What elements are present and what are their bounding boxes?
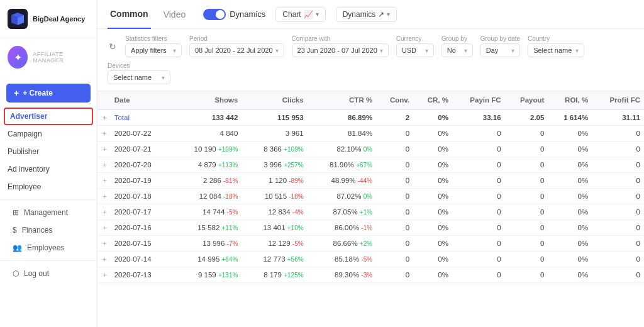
cell-profit: 0: [592, 126, 644, 141]
cell-cr: 0%: [413, 252, 452, 267]
campaign-label: Campaign: [8, 130, 42, 138]
cell-payin: 0: [452, 189, 505, 204]
sidebar-item-campaign[interactable]: Campaign: [0, 125, 97, 143]
cell-conv: 0: [376, 189, 413, 204]
cell-ctr: 85.18% -5%: [308, 252, 376, 267]
expand-btn[interactable]: +: [97, 267, 111, 283]
cell-conv: 2: [376, 109, 413, 126]
group-date-label: Group by date: [480, 35, 520, 42]
country-label: Country: [528, 35, 584, 42]
cell-ctr: 86.66% +2%: [308, 236, 376, 252]
expand-btn[interactable]: +: [97, 204, 111, 220]
compare-select[interactable]: 23 Jun 2020 - 07 Jul 2020 ▾: [292, 43, 389, 57]
sidebar-item-publisher[interactable]: Publisher: [0, 143, 97, 160]
group-date-select[interactable]: Day ▾: [480, 43, 520, 57]
logo-area: BigDeal Agency: [0, 0, 97, 38]
cell-shows: 14 995 +64%: [172, 252, 242, 267]
cell-shows: 4 879 +113%: [172, 157, 242, 173]
publisher-label: Publisher: [8, 147, 39, 156]
refresh-button[interactable]: ↻: [108, 40, 118, 53]
sidebar-item-finances[interactable]: $ Finances: [0, 221, 97, 239]
tab-common[interactable]: Common: [108, 0, 151, 29]
sidebar-item-employees[interactable]: 👥 Employees: [0, 239, 97, 257]
plus-icon: +: [14, 88, 19, 98]
cell-clicks: 12 129 -5%: [242, 236, 307, 252]
col-date: Date: [111, 91, 172, 109]
create-button[interactable]: + + Create: [6, 84, 91, 103]
statistics-select[interactable]: Apply filters ▾: [125, 43, 182, 57]
cell-main: 12 834: [268, 208, 290, 216]
tab-video[interactable]: Video: [161, 1, 189, 28]
col-clicks: Clicks: [242, 91, 307, 109]
expand-btn[interactable]: +: [97, 236, 111, 252]
cell-date: 2020-07-16: [111, 220, 172, 236]
cell-shows: 13 996 -7%: [172, 236, 242, 252]
cell-main: 10 190: [194, 145, 216, 153]
cell-cr: 0%: [413, 109, 452, 126]
country-select[interactable]: Select name ▾: [528, 43, 584, 57]
dynamics-icon: ↗: [378, 10, 384, 19]
cell-main: 2 286: [203, 177, 221, 184]
dynamics-chevron-icon: ▾: [387, 11, 390, 18]
cell-main: 14 744: [203, 208, 225, 216]
expand-btn[interactable]: +: [97, 109, 111, 126]
dynamics-button[interactable]: Dynamics ↗ ▾: [336, 7, 397, 22]
cell-ctr: 81.90% +67%: [308, 157, 376, 173]
cell-ctr: 48.99% -44%: [308, 173, 376, 189]
chart-chevron-icon: ▾: [316, 11, 319, 18]
cell-roi: 0%: [548, 157, 592, 173]
group-by-select[interactable]: No ▾: [441, 43, 473, 57]
table-row: +2020-07-1513 996 -7%12 129 -5%86.66% +2…: [97, 236, 644, 252]
expand-btn[interactable]: +: [97, 173, 111, 189]
affiliate-icon: ✦: [8, 46, 28, 69]
expand-btn[interactable]: +: [97, 189, 111, 204]
expand-btn[interactable]: +: [97, 157, 111, 173]
expand-btn[interactable]: +: [97, 220, 111, 236]
cell-payout: 0: [505, 220, 548, 236]
cell-roi: 0%: [548, 173, 592, 189]
cell-clicks: 115 953: [242, 109, 307, 126]
currency-select[interactable]: USD ▾: [396, 43, 434, 57]
cell-profit: 0: [592, 141, 644, 157]
expand-btn[interactable]: +: [97, 141, 111, 157]
cell-main: 10 515: [265, 192, 287, 200]
cell-delta: -5%: [292, 240, 304, 247]
expand-btn[interactable]: +: [97, 252, 111, 267]
sidebar-item-ad-inventory[interactable]: Ad inventory: [0, 160, 97, 178]
devices-select[interactable]: Select name ▾: [108, 70, 170, 84]
cell-conv: 0: [376, 173, 413, 189]
cell-clicks: 8 366 +109%: [242, 141, 307, 157]
dynamics-toggle[interactable]: [203, 9, 226, 20]
chart-button[interactable]: Chart 📈 ▾: [275, 7, 325, 22]
cell-profit: 0: [592, 204, 644, 220]
cell-payin: 0: [452, 157, 505, 173]
cell-payout: 0: [505, 189, 548, 204]
table-row: +2020-07-139 159 +131%8 179 +125%89.30% …: [97, 267, 644, 283]
table-row: +2020-07-2110 190 +109%8 366 +109%82.10%…: [97, 141, 644, 157]
currency-filter-group: Currency USD ▾: [396, 35, 434, 57]
cell-payout: 0: [505, 141, 548, 157]
cell-clicks: 8 179 +125%: [242, 267, 307, 283]
management-icon: ⊞: [13, 208, 19, 217]
sidebar-item-management[interactable]: ⊞ Management: [0, 204, 97, 221]
cell-roi: 0%: [548, 267, 592, 283]
period-select[interactable]: 08 Jul 2020 - 22 Jul 2020 ▾: [189, 43, 284, 57]
cell-delta: -1%: [361, 224, 372, 231]
col-shows: Shows: [172, 91, 242, 109]
sidebar: BigDeal Agency ✦ AFFILIATE MANAGER + + C…: [0, 0, 97, 327]
cell-ctr: 86.00% -1%: [308, 220, 376, 236]
statistics-chevron-icon: ▾: [173, 47, 176, 54]
sidebar-item-employee[interactable]: Employee: [0, 178, 97, 196]
cell-date: 2020-07-17: [111, 204, 172, 220]
cell-payout: 0: [505, 204, 548, 220]
cell-date: 2020-07-18: [111, 189, 172, 204]
cell-payin: 0: [452, 236, 505, 252]
sidebar-item-logout[interactable]: ⬡ Log out: [0, 265, 97, 282]
logout-label: Log out: [24, 269, 49, 278]
expand-btn[interactable]: +: [97, 126, 111, 141]
sidebar-item-advertiser[interactable]: Advertiser: [4, 108, 93, 125]
cell-payin: 0: [452, 252, 505, 267]
chart-label: Chart: [282, 10, 301, 19]
cell-profit: 0: [592, 267, 644, 283]
compare-filter-group: Compare with 23 Jun 2020 - 07 Jul 2020 ▾: [292, 35, 389, 57]
